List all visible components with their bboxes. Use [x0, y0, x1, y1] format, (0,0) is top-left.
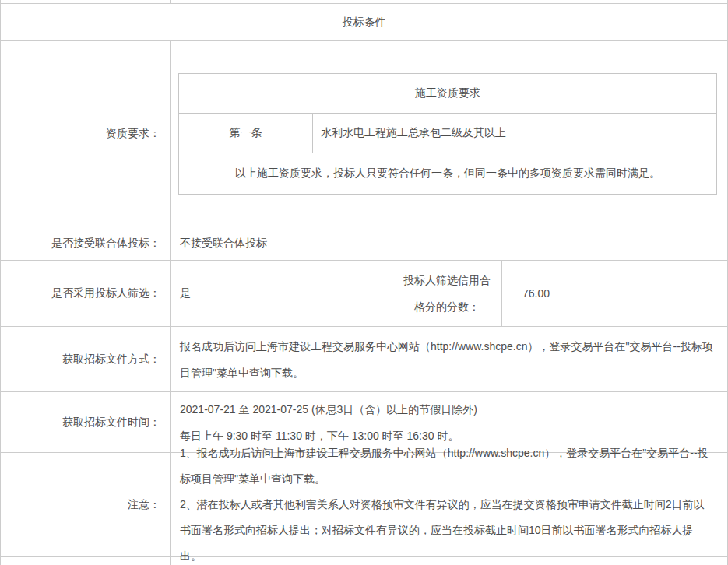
consortium-value: 不接受联合体投标 [171, 226, 727, 260]
doc-method-row: 获取招标文件方式： 报名成功后访问上海市建设工程交易服务中心网站（http://… [1, 327, 727, 392]
qualification-clause-row: 第一条 水利水电工程施工总承包二级及其以上 [179, 114, 716, 153]
section-title: 投标条件 [343, 16, 386, 30]
screening-score-label: 投标人筛选信用合格分的分数： [392, 261, 502, 326]
previous-row-label-cell [1, 0, 171, 3]
notice-value-cell: 1、报名成功后访问上海市建设工程交易服务中心网站（http://www.shcp… [171, 453, 727, 556]
notice-item-1: 1、报名成功后访问上海市建设工程交易服务中心网站（http://www.shcp… [180, 440, 715, 492]
qualification-label: 资质要求： [1, 41, 171, 226]
notice-row: 注意： 1、报名成功后访问上海市建设工程交易服务中心网站（http://www.… [1, 453, 727, 557]
qualification-value-cell: 施工资质要求 第一条 水利水电工程施工总承包二级及其以上 以上施工资质要求，投标… [171, 41, 727, 226]
notice-label: 注意： [1, 453, 171, 556]
screening-row: 是否采用投标人筛选： 是 投标人筛选信用合格分的分数： 76.00 [1, 261, 727, 327]
doc-method-label: 获取招标文件方式： [1, 327, 171, 391]
screening-label: 是否采用投标人筛选： [1, 261, 171, 326]
construction-qualification-title: 施工资质要求 [179, 74, 716, 114]
next-row-label-cell [1, 557, 171, 565]
bid-conditions-table: 投标条件 资质要求： 施工资质要求 第一条 水利水电工程施工总承包二级及其以上 … [0, 0, 728, 565]
notice-item-2: 2、潜在投标人或者其他利害关系人对资格预审文件有异议的，应当在提交资格预审申请文… [180, 492, 715, 565]
next-row-fragment [1, 557, 727, 565]
clause-requirement: 水利水电工程施工总承包二级及其以上 [313, 114, 716, 153]
doc-time-label: 获取招标文件时间： [1, 392, 171, 452]
section-header-row: 投标条件 [1, 4, 727, 41]
consortium-row: 是否接受联合体投标： 不接受联合体投标 [1, 226, 727, 261]
construction-qualification-table: 施工资质要求 第一条 水利水电工程施工总承包二级及其以上 以上施工资质要求，投标… [178, 73, 717, 195]
screening-score-value: 76.00 [502, 261, 727, 326]
qualification-note: 以上施工资质要求，投标人只要符合任何一条，但同一条中的多项资质要求需同时满足。 [179, 153, 716, 194]
clause-number: 第一条 [179, 114, 313, 153]
doc-method-text: 报名成功后访问上海市建设工程交易服务中心网站（http://www.shcpe.… [180, 333, 715, 386]
qualification-row: 资质要求： 施工资质要求 第一条 水利水电工程施工总承包二级及其以上 以上施工资… [1, 41, 727, 226]
previous-row-value-cell [171, 0, 727, 3]
screening-value: 是 [171, 261, 392, 326]
doc-time-dates: 2021-07-21 至 2021-07-25 (休息3日（含）以上的节假日除外… [180, 396, 477, 423]
consortium-label: 是否接受联合体投标： [1, 226, 171, 260]
next-row-value-cell [171, 557, 727, 565]
doc-method-value-cell: 报名成功后访问上海市建设工程交易服务中心网站（http://www.shcpe.… [171, 327, 727, 391]
